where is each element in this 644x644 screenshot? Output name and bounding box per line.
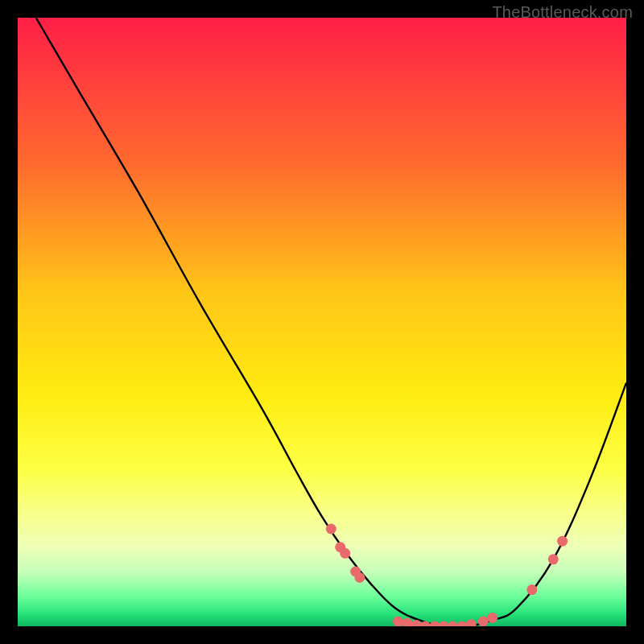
data-marker [411,620,422,626]
data-marker [557,536,568,547]
data-marker [429,621,440,627]
plot-area [18,18,626,626]
data-marker [350,567,361,577]
bottleneck-curve [18,18,626,626]
data-marker [448,621,458,627]
data-marker [326,524,336,535]
marker-group [326,524,568,627]
data-marker [526,584,537,595]
data-marker [420,621,431,627]
chart-frame: TheBottleneck.com [0,0,644,644]
data-marker [340,548,350,559]
data-marker [354,572,365,583]
data-marker [439,621,449,627]
curve-path [36,18,626,626]
data-marker [393,617,403,627]
attribution-text: TheBottleneck.com [492,3,633,22]
data-marker [456,621,467,627]
data-marker [478,617,489,627]
data-marker [466,619,477,626]
data-marker [402,618,412,626]
data-marker [548,554,559,564]
data-marker [487,613,497,623]
data-marker [335,542,345,552]
